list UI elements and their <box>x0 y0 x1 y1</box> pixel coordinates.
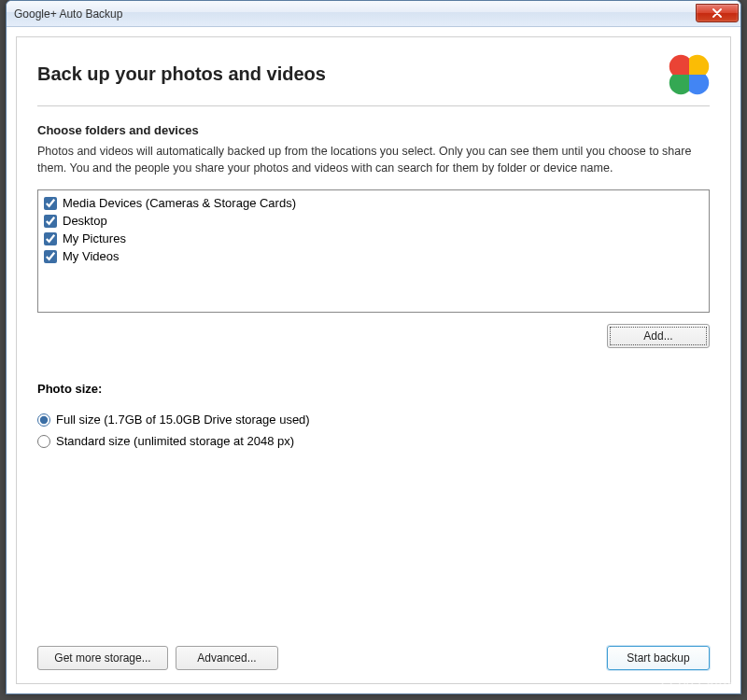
divider <box>37 105 710 106</box>
get-more-storage-button[interactable]: Get more storage... <box>37 646 168 670</box>
window-title: Google+ Auto Backup <box>14 7 696 21</box>
main-panel: Back up your photos and videos Choose fo… <box>16 36 731 684</box>
main-heading: Back up your photos and videos <box>37 63 326 85</box>
folder-checkbox[interactable] <box>44 250 57 263</box>
folder-label: My Pictures <box>63 231 126 245</box>
folders-description: Photos and videos will automatically bac… <box>37 143 710 176</box>
folder-checkbox[interactable] <box>44 197 57 210</box>
start-backup-button[interactable]: Start backup <box>607 646 710 670</box>
folder-checkbox[interactable] <box>44 232 57 245</box>
folder-checkbox[interactable] <box>44 215 57 228</box>
folder-item[interactable]: Media Devices (Cameras & Storage Cards) <box>44 194 703 212</box>
photo-size-label: Standard size (unlimited storage at 2048… <box>56 434 294 448</box>
advanced-button[interactable]: Advanced... <box>176 646 278 670</box>
folder-label: Desktop <box>63 214 107 228</box>
photo-size-label: Full size (1.7GB of 15.0GB Drive storage… <box>56 413 310 427</box>
close-button[interactable] <box>696 4 739 22</box>
photo-size-option[interactable]: Standard size (unlimited storage at 2048… <box>37 430 710 452</box>
footer: Get more storage... Advanced... Start ba… <box>37 646 710 670</box>
close-icon <box>712 8 722 18</box>
add-row: Add... <box>37 324 710 348</box>
spacer <box>37 459 710 646</box>
folder-item[interactable]: Desktop <box>44 212 703 230</box>
photo-size-radio[interactable] <box>37 435 50 448</box>
folder-label: Media Devices (Cameras & Storage Cards) <box>63 196 296 210</box>
google-photos-logo-icon <box>669 54 710 95</box>
content-wrap: Back up your photos and videos Choose fo… <box>7 27 740 693</box>
folder-label: My Videos <box>63 249 119 263</box>
add-button[interactable]: Add... <box>607 324 710 348</box>
titlebar: Google+ Auto Backup <box>7 1 740 27</box>
photo-size-heading: Photo size: <box>37 382 710 396</box>
folder-item[interactable]: My Pictures <box>44 230 703 247</box>
photo-size-group: Full size (1.7GB of 15.0GB Drive storage… <box>37 409 710 452</box>
header-row: Back up your photos and videos <box>37 58 710 102</box>
photo-size-radio[interactable] <box>37 413 50 427</box>
photo-size-option[interactable]: Full size (1.7GB of 15.0GB Drive storage… <box>37 409 710 430</box>
folder-list[interactable]: Media Devices (Cameras & Storage Cards) … <box>37 189 710 313</box>
folders-heading: Choose folders and devices <box>37 123 710 137</box>
app-window: Google+ Auto Backup Back up your photos … <box>6 0 741 694</box>
folder-item[interactable]: My Videos <box>44 247 703 265</box>
